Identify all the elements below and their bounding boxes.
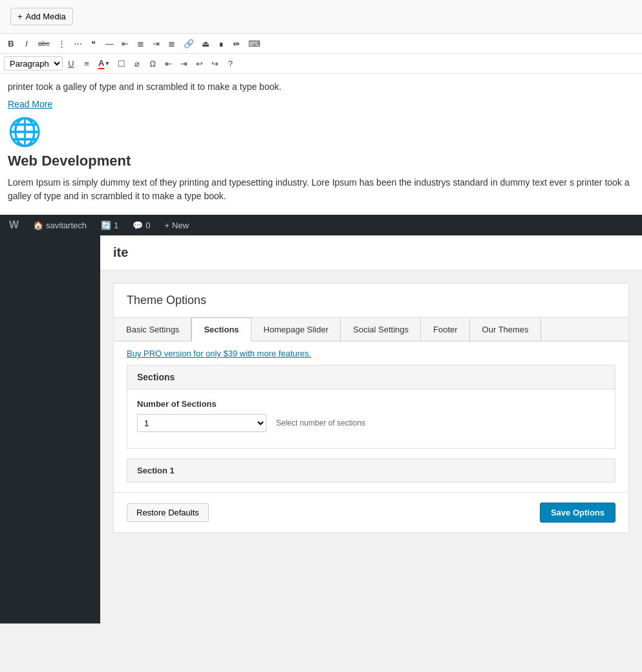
- align-left-button[interactable]: ⇤: [118, 36, 133, 50]
- hr-button[interactable]: —: [102, 36, 117, 50]
- insert-more-button[interactable]: ∎: [214, 36, 228, 50]
- sections-box-content: Number of Sections 1 2 3 4 Select number…: [127, 389, 615, 448]
- page-title: ite: [113, 245, 128, 259]
- add-media-icon: +: [17, 12, 23, 21]
- section1-box: Section 1: [127, 459, 615, 482]
- read-more-link[interactable]: Read More: [8, 99, 52, 109]
- outdent-button[interactable]: ⇤: [161, 56, 175, 70]
- wp-admin-bar: W 🏠 savitartech 🔄 1 💬 0 + New: [0, 215, 642, 235]
- blockquote-button[interactable]: ❝: [87, 36, 101, 50]
- comments-icon: 💬: [133, 221, 143, 230]
- strikethrough-button[interactable]: abc: [35, 36, 53, 50]
- toolbar-row2: Paragraph Heading 1 Heading 2 Heading 3 …: [0, 54, 642, 74]
- fullscreen-button[interactable]: ↮: [230, 36, 244, 50]
- tab-social-settings[interactable]: Social Settings: [341, 318, 421, 341]
- number-of-sections-label: Number of Sections: [137, 399, 605, 409]
- tab-homepage-slider[interactable]: Homepage Slider: [251, 318, 341, 341]
- justify-button[interactable]: ≣: [165, 36, 179, 50]
- restore-defaults-button[interactable]: Restore Defaults: [127, 503, 209, 522]
- theme-options-title: Theme Options: [127, 294, 206, 307]
- wp-logo-item[interactable]: W: [5, 215, 23, 235]
- comments-count: 0: [145, 221, 150, 230]
- tab-sections[interactable]: Sections: [191, 318, 251, 341]
- plus-icon: +: [164, 221, 169, 230]
- updates-count: 1: [114, 221, 118, 230]
- undo-button[interactable]: ↩: [192, 56, 206, 70]
- redo-button[interactable]: ↪: [208, 56, 222, 70]
- editor-content[interactable]: printer took a galley of type and in scr…: [0, 74, 642, 215]
- admin-bar-comments[interactable]: 💬 0: [129, 215, 154, 235]
- italic-button[interactable]: I: [19, 36, 34, 50]
- bold-button[interactable]: B: [4, 36, 18, 50]
- sections-box: Sections Number of Sections 1 2 3 4 Sele…: [127, 365, 615, 449]
- theme-options-panel: Theme Options Basic Settings Sections Ho…: [113, 283, 629, 533]
- admin-layout: ite Theme Options Basic Settings Section…: [0, 235, 642, 623]
- insert-img-button[interactable]: ☐: [114, 56, 129, 70]
- admin-sidebar: [0, 235, 100, 623]
- tabs-row: Basic Settings Sections Homepage Slider …: [114, 318, 628, 341]
- main-content: ite Theme Options Basic Settings Section…: [100, 235, 642, 623]
- save-options-button[interactable]: Save Options: [540, 503, 615, 523]
- clear-format-button[interactable]: ⌀: [130, 56, 144, 70]
- editor-paragraph1: printer took a galley of type and in scr…: [8, 80, 634, 94]
- sections-box-header: Sections: [127, 365, 615, 389]
- font-color-button[interactable]: A ▼: [95, 56, 113, 70]
- tab-our-themes[interactable]: Our Themes: [470, 318, 541, 341]
- unlink-button[interactable]: ⏏: [198, 36, 213, 50]
- admin-bar-updates[interactable]: 🔄 1: [97, 215, 122, 235]
- number-of-sections-hint: Select number of sections: [276, 418, 365, 428]
- page-title-bar: ite: [100, 235, 642, 270]
- toolbar-row1: B I abc ⋮ ⋯ ❝ — ⇤ ≣ ⇥ ≣ 🔗 ⏏ ∎ ↮ ⌨: [0, 34, 642, 54]
- ul-button[interactable]: ⋮: [54, 36, 69, 50]
- underline-button[interactable]: U: [64, 56, 78, 70]
- number-of-sections-select[interactable]: 1 2 3 4: [137, 414, 266, 432]
- admin-bar-home[interactable]: 🏠 savitartech: [29, 215, 91, 235]
- editor-paragraph2: Lorem Ipsum is simply dummy text of they…: [8, 176, 634, 203]
- add-media-button[interactable]: + Add Media: [10, 8, 73, 25]
- keyboard-button[interactable]: ⌨: [245, 36, 264, 50]
- add-media-label: Add Media: [26, 12, 66, 21]
- link-button[interactable]: 🔗: [180, 36, 197, 50]
- wp-logo-icon: W: [9, 219, 19, 231]
- theme-options-header: Theme Options: [114, 284, 628, 318]
- ol-button[interactable]: ⋯: [70, 36, 85, 50]
- buttons-row: Restore Defaults Save Options: [114, 492, 628, 532]
- pro-version-anchor[interactable]: Buy PRO version for only $39 with more f…: [127, 349, 311, 358]
- new-label: New: [172, 221, 189, 230]
- align-center-button[interactable]: ≣: [134, 36, 148, 50]
- tab-basic-settings[interactable]: Basic Settings: [114, 318, 191, 341]
- indent-button[interactable]: ⇥: [177, 56, 191, 70]
- admin-bar-new[interactable]: + New: [160, 215, 193, 235]
- pro-version-link[interactable]: Buy PRO version for only $39 with more f…: [114, 341, 628, 365]
- number-of-sections-row: 1 2 3 4 Select number of sections: [137, 414, 605, 432]
- help-button[interactable]: ?: [223, 56, 237, 70]
- tab-footer[interactable]: Footer: [421, 318, 470, 341]
- justify2-button[interactable]: ≡: [80, 56, 94, 70]
- globe-icon: 🌐: [8, 116, 634, 147]
- paragraph-select[interactable]: Paragraph Heading 1 Heading 2 Heading 3: [4, 56, 63, 70]
- updates-icon: 🔄: [101, 221, 111, 230]
- align-right-button[interactable]: ⇥: [149, 36, 164, 50]
- home-icon: 🏠: [33, 221, 43, 230]
- web-dev-heading: Web Development: [8, 153, 634, 169]
- special-char-button[interactable]: Ω: [145, 56, 160, 70]
- section1-header: Section 1: [127, 459, 615, 482]
- site-name: savitartech: [46, 221, 87, 230]
